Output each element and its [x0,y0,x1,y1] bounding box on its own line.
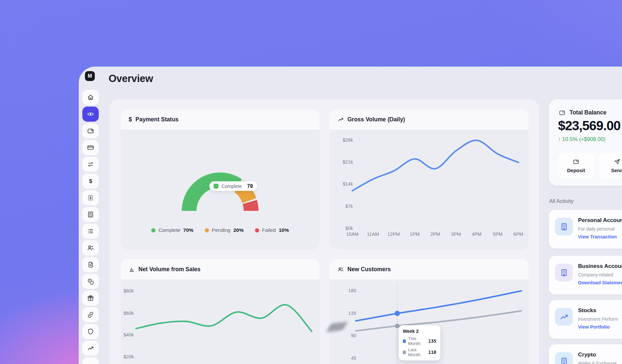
list-icon [87,228,94,235]
tooltip-title: Week 2 [403,329,436,334]
sidebar-item-performance[interactable] [82,341,99,356]
gift-icon [87,294,94,302]
activity-item-crypto[interactable]: Crypto Wallet & Exchange [549,344,622,364]
wallet-icon [87,127,94,134]
account-tile [555,264,573,281]
send-icon [614,158,620,165]
trending-up-icon [87,345,94,352]
page-title: Overview [109,73,153,85]
complete-dot [151,228,156,233]
credit-card-icon [87,144,94,151]
activity-item-business-account[interactable]: Business Account Company-related Downloa… [549,256,622,294]
this-month-point[interactable] [395,311,400,316]
dollar-icon: $ [87,177,94,185]
gauge-tooltip: Complete 70 [209,181,257,191]
complete-swatch [214,184,218,189]
all-activity-heading: All Activity [549,198,573,204]
sidebar-item-coins[interactable]: 1 [82,274,99,289]
svg-text:$: $ [90,196,92,200]
net-volume-chart[interactable] [121,279,320,364]
gross-volume-chart[interactable] [330,130,529,241]
tooltip-row-this-month: This Month 135 [403,336,436,346]
week-tooltip: Week 2 This Month 135 Last Month 110 [399,325,440,360]
total-balance-label: Total Balance [570,109,607,116]
sidebar-item-calculator[interactable] [82,207,99,222]
failed-dot [255,228,259,233]
account-tile [555,218,573,235]
sidebar-item-payments[interactable]: $ [82,173,99,189]
sidebar: $ $ 1 [82,90,99,364]
activity-item-personal-account[interactable]: Personal Account For daily personal View… [549,210,622,249]
total-balance-header: Total Balance [559,109,607,116]
legend-item-pending: Pending 20% [205,227,244,233]
legend-item-failed: Failed 10% [255,227,289,233]
card-title: Payment Status [135,116,178,123]
activity-item-stocks[interactable]: Stocks Investment Perform View Portfolio [549,300,622,339]
sidebar-item-customers[interactable] [82,240,99,255]
dollar-icon: $ [129,116,132,123]
hidden-partial-icon [87,361,94,364]
this-month-swatch [403,339,406,343]
tooltip-row-last-month: Last Month 110 [403,347,436,357]
wallet-icon [573,158,579,165]
sidebar-item-transfers[interactable] [82,157,99,172]
send-button[interactable]: Send [599,153,622,178]
card-title: New Customers [347,266,391,273]
building-icon [560,357,569,364]
gauge-tooltip-value: 70 [247,183,253,189]
sidebar-item-hidden[interactable] [82,357,99,364]
gross-volume-header: Gross Volume (Daily) [330,109,529,130]
card-title: Gross Volume (Daily) [347,116,405,123]
wallet-icon [559,109,566,116]
trending-up-icon [338,116,344,123]
app-logo[interactable]: M [85,71,95,81]
users-icon [87,244,94,252]
total-balance-card: Total Balance $23,569.00 ↑ 10.5% (+$908.… [549,99,622,186]
view-transaction-link[interactable]: View Transaction [578,234,617,239]
download-statement-link[interactable]: Download Statement [578,280,622,285]
svg-text:$: $ [89,178,92,184]
net-volume-header: Net Volume from Sales [121,259,320,279]
building-icon [560,222,569,231]
invoice-icon: $ [87,194,94,201]
trending-up-icon [560,313,569,321]
gauge-tooltip-label: Complete [221,184,242,189]
sidebar-item-security[interactable] [82,324,99,339]
deposit-button[interactable]: Deposit [558,153,594,178]
sidebar-item-list[interactable] [82,224,99,239]
eye-icon [87,111,94,118]
card-title: Net Volume from Sales [138,266,200,273]
view-portfolio-link[interactable]: View Portfolio [578,324,610,330]
building-icon [560,268,569,277]
new-customers-header: New Customers [330,259,529,279]
total-balance-change: ↑ 10.5% (+$908.00) [558,136,605,142]
sidebar-item-documents[interactable] [82,257,99,272]
payment-status-legend: Complete 70% Pending 20% Failed 10% [121,227,320,233]
sidebar-item-links[interactable] [82,307,99,322]
link-icon [87,311,94,318]
shield-icon [87,328,94,335]
payment-status-header: $ Payment Status [121,109,320,130]
balance-actions: Deposit Send [558,153,622,178]
svg-text:1: 1 [89,279,91,282]
pending-dot [205,228,209,233]
total-balance-amount: $23,569.00 [558,118,620,133]
transfer-icon [87,161,94,168]
home-icon [87,94,94,101]
last-month-swatch [403,351,406,354]
document-icon [87,261,94,268]
stocks-tile [555,308,573,326]
calculator-icon [87,211,94,218]
crypto-tile [555,352,573,364]
legend-item-complete: Complete 70% [151,227,193,233]
sidebar-item-overview[interactable] [82,107,99,122]
sidebar-item-wallet[interactable] [82,123,99,138]
sidebar-item-rewards[interactable] [82,291,99,306]
sidebar-item-home[interactable] [82,90,99,105]
sidebar-item-cards[interactable] [82,140,99,155]
bar-chart-icon [129,266,135,273]
coins-icon: 1 [87,278,94,285]
users-icon [338,266,344,273]
sidebar-item-invoices[interactable]: $ [82,190,99,205]
